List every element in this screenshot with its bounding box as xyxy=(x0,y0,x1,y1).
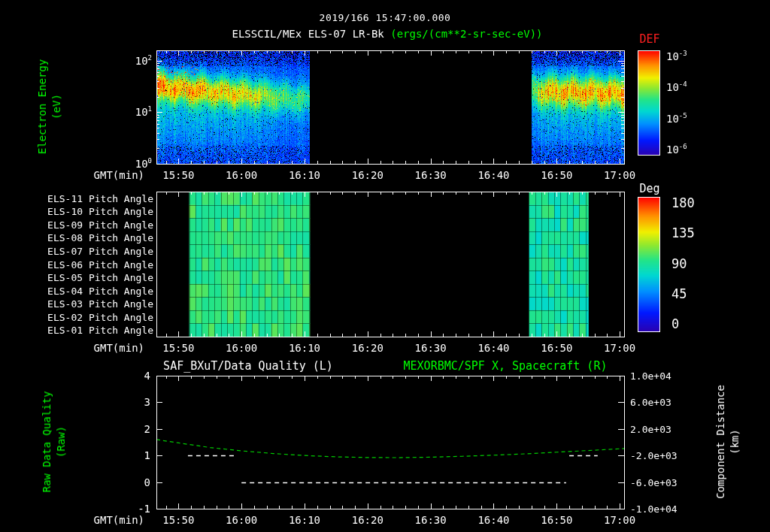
distance-tick-label: 6.0e+03 xyxy=(630,397,671,407)
gmt-axis-label: GMT(min) xyxy=(94,515,144,525)
time-tick-label: 16:40 xyxy=(477,170,509,180)
time-tick-label: 17:00 xyxy=(604,170,635,180)
time-tick-label: 16:20 xyxy=(352,515,383,525)
time-tick-label: 16:50 xyxy=(541,515,572,525)
distance-tick-label: 1.0e+04 xyxy=(630,371,671,381)
deg-tick-label: 0 xyxy=(671,318,679,331)
deg-tick-label: 135 xyxy=(671,227,695,240)
def-colorbar-title: DEF xyxy=(639,34,659,45)
pitch-row-label: ELS-03 Pitch Angle xyxy=(47,299,153,309)
time-tick-label: 17:00 xyxy=(604,515,635,525)
quality-tick-label: -1 xyxy=(138,503,150,514)
quality-tick-label: 2 xyxy=(144,424,150,434)
time-tick-label: 17:00 xyxy=(604,343,635,353)
pitch-row-label: ELS-10 Pitch Angle xyxy=(47,207,153,216)
def-tick-label: 10-5 xyxy=(666,113,687,124)
axis-label-line: Electron Energy xyxy=(35,59,50,154)
plot-title-row: ELSSCIL/MEx ELS-07 LR-Bk (ergs/(cm**2-sr… xyxy=(232,29,542,39)
energy-tick-label: 102 xyxy=(135,56,152,66)
def-tick-label: 10-3 xyxy=(666,51,687,62)
bottom-left-title: SAF_BXuT/Data Quality (L) xyxy=(163,361,333,372)
time-tick-label: 16:30 xyxy=(415,343,447,353)
time-tick-label: 15:50 xyxy=(162,170,194,180)
pitch-row-label: ELS-05 Pitch Angle xyxy=(47,273,153,283)
time-tick-label: 16:10 xyxy=(289,515,320,525)
pitch-row-label: ELS-01 Pitch Angle xyxy=(47,325,153,335)
time-tick-label: 16:00 xyxy=(226,343,257,353)
def-tick-label: 10-6 xyxy=(666,144,687,155)
axis-label-line: Raw Data Quality xyxy=(40,391,54,493)
pitch-row-label: ELS-11 Pitch Angle xyxy=(47,193,153,203)
time-tick-label: 16:30 xyxy=(415,170,447,180)
axis-label-line: (km) xyxy=(728,385,742,499)
distance-tick-label: -2.0e+03 xyxy=(630,451,678,461)
pitch-row-label: ELS-09 Pitch Angle xyxy=(47,219,153,229)
time-tick-label: 15:50 xyxy=(162,343,194,353)
deg-tick-label: 45 xyxy=(671,287,687,300)
plot-title: ELSSCIL/MEx ELS-07 LR-Bk xyxy=(232,28,383,40)
pitch-row-label: ELS-07 Pitch Angle xyxy=(47,246,153,255)
quality-tick-label: 1 xyxy=(144,450,150,461)
time-tick-label: 16:00 xyxy=(226,515,257,525)
distance-tick-label: -1.0e+04 xyxy=(630,504,678,514)
bottom-right-title: MEXORBMC/SPF X, Spacecraft (R) xyxy=(404,361,608,372)
time-tick-label: 16:50 xyxy=(541,343,572,353)
axis-label-line: (eV) xyxy=(50,59,64,154)
time-tick-label: 16:30 xyxy=(415,515,447,525)
quality-tick-label: 4 xyxy=(144,370,150,381)
pitch-row-label: ELS-08 Pitch Angle xyxy=(47,233,153,243)
time-tick-label: 16:10 xyxy=(289,170,320,180)
distance-tick-label: -6.0e+03 xyxy=(630,477,678,487)
screen: 2019/166 15:47:00.000 ELSSCIL/MEx ELS-07… xyxy=(0,0,770,532)
time-tick-label: 16:50 xyxy=(541,170,572,180)
quality-tick-label: 0 xyxy=(144,477,150,488)
time-tick-label: 16:10 xyxy=(289,343,320,353)
distance-axis-label: Component Distance (km) xyxy=(714,385,742,499)
deg-colorbar-title: Deg xyxy=(639,183,659,195)
time-tick-label: 16:40 xyxy=(477,343,509,353)
distance-tick-label: 2.0e+03 xyxy=(630,424,671,434)
quality-axis-label: Raw Data Quality (Raw) xyxy=(40,391,68,493)
timestamp: 2019/166 15:47:00.000 xyxy=(320,13,451,23)
time-tick-label: 15:50 xyxy=(162,515,194,525)
energy-tick-label: 100 xyxy=(135,159,152,169)
units-label: (ergs/(cm**2-sr-sec-eV)) xyxy=(390,28,542,40)
time-tick-label: 16:20 xyxy=(352,343,383,353)
gmt-axis-label: GMT(min) xyxy=(94,343,144,353)
energy-tick-label: 101 xyxy=(135,107,152,117)
electron-energy-axis-label: Electron Energy (eV) xyxy=(35,59,64,154)
deg-tick-label: 90 xyxy=(671,257,687,270)
gmt-axis-label: GMT(min) xyxy=(94,170,144,180)
pitch-row-label: ELS-02 Pitch Angle xyxy=(47,312,153,322)
time-tick-label: 16:20 xyxy=(352,170,383,180)
pitch-row-label: ELS-04 Pitch Angle xyxy=(47,286,153,295)
deg-tick-label: 180 xyxy=(671,197,695,210)
def-tick-label: 10-4 xyxy=(666,82,687,92)
axis-label-line: (Raw) xyxy=(54,391,68,493)
time-tick-label: 16:00 xyxy=(226,170,257,180)
pitch-row-label: ELS-06 Pitch Angle xyxy=(47,259,153,269)
time-tick-label: 16:40 xyxy=(477,515,509,525)
axis-label-line: Component Distance xyxy=(714,385,728,499)
quality-tick-label: 3 xyxy=(144,397,150,407)
